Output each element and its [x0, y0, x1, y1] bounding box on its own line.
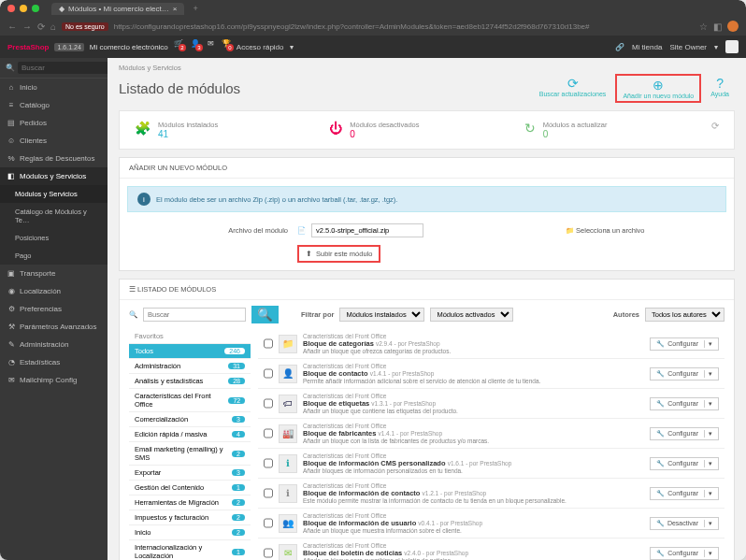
category-row[interactable]: Internacionalización y Localización1 — [129, 540, 251, 560]
cart-icon[interactable]: 🛒2 — [174, 39, 183, 55]
category-row[interactable]: Características del Front Office72 — [129, 389, 251, 412]
sidebar-item-5[interactable]: ◧Módulos y Servicios — [0, 167, 108, 185]
favorites-row[interactable]: Favoritos — [129, 329, 251, 344]
reload-icon[interactable]: ⟳ — [37, 22, 45, 32]
sidebar-item-8[interactable]: ⚙Preferencias — [0, 300, 108, 318]
chevron-down-icon[interactable]: ▾ — [704, 460, 712, 467]
home-icon[interactable]: ⌂ — [50, 22, 56, 32]
chevron-down-icon[interactable]: ▾ — [704, 430, 712, 438]
configure-button[interactable]: 🔧Configurar▾ — [650, 487, 719, 500]
mail-icon[interactable]: ✉ — [208, 39, 214, 55]
category-row[interactable]: Edición rápida / masiva4 — [129, 427, 251, 442]
configure-button[interactable]: 🔧Configurar▾ — [650, 547, 719, 560]
back-icon[interactable]: ← — [7, 22, 17, 32]
chevron-down-icon[interactable]: ▾ — [704, 370, 712, 378]
sidebar-item-4[interactable]: %Reglas de Descuentos — [0, 150, 108, 167]
my-store-link[interactable]: Mi tienda — [632, 43, 662, 51]
choose-file-button[interactable]: 📁 Selecciona un archivo — [566, 226, 644, 235]
category-row[interactable]: Análisis y estadísticas28 — [129, 374, 251, 389]
close-window[interactable] — [7, 5, 15, 12]
upload-panel-title: AÑADIR UN NUEVO MÓDULO — [120, 158, 734, 179]
sidebar-item-7[interactable]: ◉Localización — [0, 282, 108, 300]
sidebar-sub-2[interactable]: Posiciones — [0, 229, 108, 247]
star-icon[interactable]: ☆ — [699, 22, 708, 32]
category-row[interactable]: Herramientas de Migración2 — [129, 495, 251, 510]
sidebar-item-2[interactable]: ▤Pedidos — [0, 114, 108, 132]
upload-module-button[interactable]: ⬆ Subir este módulo — [297, 245, 380, 263]
chevron-down-icon[interactable]: ▾ — [704, 340, 712, 348]
add-module-button[interactable]: ⊕ Añadir un nuevo módulo — [615, 74, 701, 103]
configure-button[interactable]: 🔧Configurar▾ — [650, 397, 719, 410]
check-updates-button[interactable]: ⟳ Buscar actualizaciones — [534, 74, 612, 103]
category-row[interactable]: Exportar3 — [129, 466, 251, 481]
wrench-icon: 🔧 — [656, 520, 665, 527]
help-button[interactable]: ? Ayuda — [705, 74, 735, 103]
refresh-stats-icon[interactable]: ⟳ — [711, 121, 719, 131]
module-checkbox[interactable] — [264, 367, 273, 380]
close-tab-icon[interactable]: × — [173, 5, 178, 13]
search-icon[interactable]: 🔍 — [6, 64, 15, 72]
category-row[interactable]: Impuestos y facturación2 — [129, 510, 251, 525]
sidebar-item-9[interactable]: ⚒Parámetros Avanzados — [0, 318, 108, 336]
presta-logo[interactable]: PrestaShop — [7, 43, 49, 51]
configure-button[interactable]: 🔧Configurar▾ — [650, 427, 719, 440]
category-row[interactable]: Gestión del Contenido1 — [129, 481, 251, 495]
browser-tab[interactable]: ◆ Módulos • Mi comercio elect… × — [51, 3, 184, 15]
sidebar-item-3[interactable]: ☺Clientes — [0, 132, 108, 150]
sidebar-sub-1[interactable]: Catálogo de Módulos y Te… — [0, 203, 108, 229]
quick-access[interactable]: Acceso rápido — [237, 43, 284, 51]
file-input[interactable] — [311, 223, 423, 237]
chevron-down-icon[interactable]: ▾ — [704, 520, 712, 527]
category-row[interactable]: Email marketing (emailing) y SMS2 — [129, 442, 251, 466]
category-row[interactable]: Comercialización3 — [129, 412, 251, 427]
category-row[interactable]: Administración31 — [129, 359, 251, 374]
sidebar-item-12[interactable]: ✉Mailchimp Config — [0, 371, 108, 389]
sidebar-item-10[interactable]: ✎Administración — [0, 336, 108, 353]
module-checkbox[interactable] — [264, 517, 273, 529]
new-tab-icon[interactable]: + — [193, 4, 197, 13]
module-row: ✉ Características del Front Office Bloqu… — [258, 538, 724, 560]
trophy-icon[interactable]: 🏆0 — [222, 39, 231, 55]
module-checkbox[interactable] — [264, 547, 273, 559]
configure-button[interactable]: 🔧Configurar▾ — [650, 367, 719, 381]
sidebar-search-input[interactable] — [18, 62, 108, 74]
module-search-input[interactable] — [143, 308, 246, 322]
chevron-down-icon[interactable]: ▾ — [704, 550, 712, 557]
sidebar-item-0[interactable]: ⌂Inicio — [0, 79, 108, 96]
module-checkbox[interactable] — [264, 337, 273, 350]
chevron-down-icon[interactable]: ▾ — [704, 400, 712, 408]
module-row: 🏭 Características del Front Office Bloqu… — [258, 419, 724, 449]
configure-button[interactable]: 🔧Configurar▾ — [650, 457, 719, 470]
configure-button[interactable]: 🔧Configurar▾ — [650, 337, 719, 351]
sidebar-item-11[interactable]: ◔Estadísticas — [0, 353, 108, 371]
filter-installed-select[interactable]: Módulos instalados — [339, 308, 424, 322]
owner-name[interactable]: Site Owner — [669, 43, 707, 51]
module-name: Bloque de etiquetas v1.3.1 - por PrestaS… — [303, 399, 644, 408]
category-row[interactable]: Inicio2 — [129, 525, 251, 540]
minimize-window[interactable] — [20, 5, 27, 12]
url-text[interactable]: https://configurandoprestashop16.com/pi9… — [114, 22, 694, 31]
profile-avatar[interactable] — [727, 21, 739, 32]
users-icon[interactable]: 👤3 — [191, 39, 200, 55]
maximize-window[interactable] — [32, 5, 39, 12]
link-icon[interactable]: 🔗 — [615, 43, 624, 51]
sidebar-sub-3[interactable]: Pago — [0, 247, 108, 265]
module-checkbox[interactable] — [264, 427, 273, 439]
forward-icon[interactable]: → — [22, 22, 32, 32]
module-checkbox[interactable] — [264, 487, 273, 499]
user-avatar[interactable] — [725, 40, 739, 53]
search-button[interactable]: 🔍 — [251, 306, 279, 323]
module-checkbox[interactable] — [264, 397, 273, 409]
extension-icon[interactable]: ◧ — [713, 22, 722, 32]
chevron-down-icon[interactable]: ▾ — [704, 490, 712, 497]
module-checkbox[interactable] — [264, 457, 273, 469]
configure-button[interactable]: 🔧Desactivar▾ — [650, 517, 719, 530]
menu-icon: ≡ — [7, 101, 15, 109]
sidebar-item-1[interactable]: ≡Catálogo — [0, 96, 108, 114]
sidebar-sub-0[interactable]: Módulos y Servicios — [0, 185, 108, 203]
filter-enabled-select[interactable]: Módulos activados — [430, 308, 513, 322]
sidebar-item-6[interactable]: ▣Transporte — [0, 265, 108, 282]
breadcrumb: Módulos y Servicios — [108, 58, 746, 72]
category-row[interactable]: Todos246 — [129, 344, 251, 359]
authors-select[interactable]: Todos los autores — [645, 308, 724, 322]
